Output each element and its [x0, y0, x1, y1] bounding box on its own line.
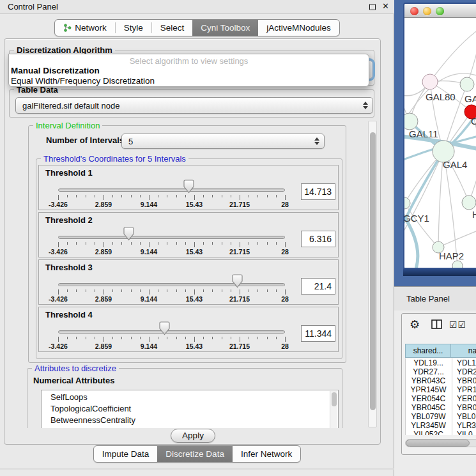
tab-discretize-data[interactable]: Discretize Data	[157, 446, 233, 462]
network-node[interactable]	[404, 113, 418, 130]
tab-style[interactable]: Style	[116, 20, 151, 36]
network-node[interactable]	[460, 77, 474, 91]
gear-icon[interactable]: ⚙	[410, 318, 420, 331]
attribute-list-item[interactable]: BetweennessCentrality	[50, 415, 135, 427]
network-node-label: GCY1	[404, 213, 429, 224]
numerical-attributes-label: Numerical Attributes	[33, 376, 114, 385]
tick-mark	[131, 195, 132, 197]
column-header-shared-name[interactable]: shared...	[405, 344, 451, 358]
columns-icon[interactable]	[431, 319, 443, 330]
threshold-label: Threshold 3	[45, 263, 93, 272]
tab-impute-data[interactable]: Impute Data	[94, 446, 158, 462]
float-window-icon[interactable]	[369, 4, 376, 10]
tick-mark	[131, 289, 132, 292]
tick-mark	[267, 289, 268, 292]
threshold-value-input[interactable]	[301, 325, 335, 342]
threshold-value-input[interactable]	[301, 183, 335, 200]
list-scrollbar[interactable]	[330, 391, 337, 428]
table-row[interactable]: YPR145WYPR1	[406, 385, 476, 394]
checkbox-icons[interactable]: ☑☑	[449, 319, 466, 330]
slider-track[interactable]	[58, 283, 285, 286]
screen: Control Panel ✕ NetworkStyleSelectCyni T…	[0, 0, 476, 476]
scrollbar-thumb[interactable]	[406, 440, 470, 447]
tab-label: Infer Network	[241, 449, 292, 459]
close-traffic-light-icon[interactable]	[410, 7, 418, 15]
tick-label: 28	[267, 248, 303, 256]
network-node[interactable]	[462, 196, 476, 210]
tab-label: Style	[124, 23, 143, 33]
table-row[interactable]: YBR043CYBR0	[406, 376, 476, 385]
tab-cyni-toolbox[interactable]: Cyni Toolbox	[192, 20, 258, 36]
attribute-list-item[interactable]: SelfLoops	[50, 392, 88, 404]
table-row[interactable]: YBR045CYBR0	[406, 403, 476, 412]
slider-handle[interactable]	[123, 227, 134, 243]
tick-mark	[95, 289, 95, 292]
tick-mark	[240, 195, 240, 200]
table-row[interactable]: YLR345WYLR3	[406, 421, 476, 430]
tick-mark	[267, 337, 268, 339]
tab-select[interactable]: Select	[152, 20, 193, 36]
column-header-name[interactable]: na	[451, 344, 476, 358]
slider-handle[interactable]	[232, 274, 243, 291]
tick-mark	[222, 242, 222, 245]
tick-mark	[104, 195, 104, 200]
slider-track[interactable]	[58, 188, 285, 192]
threshold-value-input[interactable]	[301, 231, 335, 247]
minimize-traffic-light-icon[interactable]	[423, 7, 431, 15]
network-node[interactable]	[404, 197, 410, 209]
tick-mark	[257, 289, 258, 292]
network-canvas[interactable]: GAL80GALCGAL11GAL4GCY1HHAP2	[404, 18, 476, 269]
tick-mark	[140, 289, 141, 292]
network-view-window[interactable]: GAL80GALCGAL11GAL4GCY1HHAP2	[403, 3, 476, 269]
tick-mark	[176, 289, 177, 292]
network-node[interactable]	[422, 74, 438, 89]
scrollbar-thumb[interactable]	[370, 132, 376, 410]
table-data-combobox[interactable]: galFiltered.sif default node	[15, 97, 373, 114]
table-cell: YBL079W	[406, 412, 451, 421]
slider-handle[interactable]	[159, 321, 170, 338]
tick-label: 21.715	[222, 342, 257, 350]
table-panel-window: ⚙ ☑☑ shared... na YDL19...YDL1YDR27...YD…	[401, 313, 476, 455]
slider-track[interactable]	[58, 236, 285, 239]
tick-mark	[257, 195, 258, 197]
num-intervals-combobox[interactable]: 5	[121, 134, 325, 149]
tick-mark	[86, 242, 86, 245]
popup-option-manual[interactable]: Manual Discretization	[11, 66, 100, 75]
top-tab-pill: NetworkStyleSelectCyni ToolboxjActiveMNo…	[54, 19, 340, 36]
tick-mark	[212, 195, 213, 197]
slider-handle[interactable]	[183, 180, 194, 196]
tick-mark	[76, 289, 77, 292]
network-node[interactable]	[452, 261, 463, 269]
table-row[interactable]: YER054CYER0	[406, 394, 476, 403]
threshold-label: Threshold 2	[45, 215, 93, 225]
tick-mark	[149, 289, 150, 295]
tab-jactivemnodules[interactable]: jActiveMNodules	[258, 20, 339, 36]
table-row[interactable]: YDL19...YDL1	[406, 358, 476, 367]
tick-mark	[158, 242, 158, 245]
table-row[interactable]: YBL079WYBL0	[406, 412, 476, 421]
zoom-traffic-light-icon[interactable]	[436, 7, 444, 15]
attribute-list-item[interactable]: TopologicalCoefficient	[50, 404, 131, 415]
threshold-value-input[interactable]	[301, 278, 335, 295]
tick-mark	[276, 337, 277, 339]
table-panel-strip: Table Panel	[394, 286, 476, 311]
tab-network[interactable]: Network	[55, 20, 115, 36]
numerical-attributes-list[interactable]: SelfLoopsTopologicalCoefficientBetweenne…	[41, 390, 339, 428]
table-cell: YLR3	[452, 421, 476, 430]
close-icon[interactable]: ✕	[382, 1, 389, 11]
apply-button[interactable]: Apply	[171, 429, 215, 443]
tick-mark	[267, 242, 268, 245]
tick-mark	[203, 195, 204, 197]
settings-vertical-scrollbar[interactable]	[368, 121, 377, 427]
table-row[interactable]: YIL052CYIL0	[406, 430, 476, 435]
table-horizontal-scrollbar[interactable]	[405, 439, 476, 447]
tick-mark	[231, 337, 231, 339]
table-row[interactable]: YDR27...YDR2	[406, 367, 476, 376]
slider-track[interactable]	[58, 330, 285, 334]
tab-infer-network[interactable]: Infer Network	[233, 446, 300, 462]
network-window-titlebar[interactable]	[404, 4, 476, 18]
popup-option-equal-width[interactable]: Equal Width/Frequency Discretization	[11, 76, 155, 86]
threshold-panel: Threshold 1-3.4262.8599.14415.4321.71528	[38, 165, 339, 210]
tick-mark	[249, 337, 249, 339]
tick-mark	[203, 242, 204, 245]
